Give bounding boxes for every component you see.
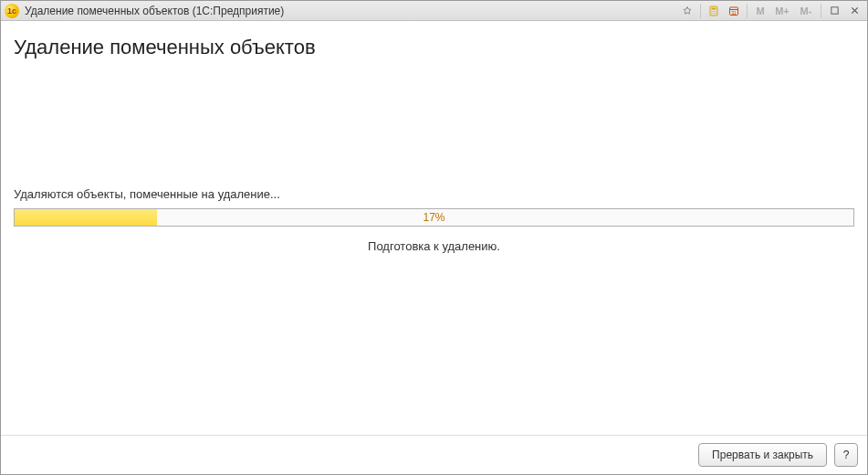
help-button[interactable]: ?: [834, 443, 858, 467]
cancel-and-close-button[interactable]: Прервать и закрыть: [698, 443, 827, 467]
titlebar-tools: 31 M M+ M-: [678, 3, 863, 19]
maximize-button[interactable]: [825, 3, 843, 19]
page-title: Удаление помеченных объектов: [14, 36, 856, 59]
svg-point-7: [715, 12, 716, 13]
svg-point-3: [713, 10, 714, 11]
svg-point-5: [711, 12, 712, 13]
progress-percent: 17%: [15, 211, 853, 224]
svg-point-2: [711, 10, 712, 11]
calculator-icon[interactable]: [705, 3, 723, 19]
app-icon: 1c: [5, 4, 19, 18]
substatus-text: Подготовка к удалению.: [12, 239, 856, 253]
progress-bar: 17%: [14, 208, 854, 227]
svg-point-4: [715, 10, 716, 11]
svg-text:31: 31: [731, 10, 737, 15]
memory-mplus-button[interactable]: M+: [771, 3, 793, 19]
favorite-icon[interactable]: [678, 3, 696, 19]
svg-rect-1: [712, 7, 716, 9]
window: 1c Удаление помеченных объектов (1С:Пред…: [0, 0, 868, 475]
svg-point-6: [713, 12, 714, 13]
svg-rect-11: [831, 7, 837, 14]
progress-section: Удаляются объекты, помеченные на удалени…: [12, 59, 856, 435]
window-title: Удаление помеченных объектов (1С:Предпри…: [25, 5, 284, 17]
calendar-icon[interactable]: 31: [725, 3, 743, 19]
footer: Прервать и закрыть ?: [1, 435, 867, 474]
memory-mminus-button[interactable]: M-: [795, 3, 817, 19]
close-button[interactable]: [845, 3, 863, 19]
content-area: Удаление помеченных объектов Удаляются о…: [1, 21, 867, 435]
memory-m-button[interactable]: M: [751, 3, 769, 19]
titlebar: 1c Удаление помеченных объектов (1С:Пред…: [1, 1, 867, 21]
status-text: Удаляются объекты, помеченные на удалени…: [14, 187, 856, 201]
